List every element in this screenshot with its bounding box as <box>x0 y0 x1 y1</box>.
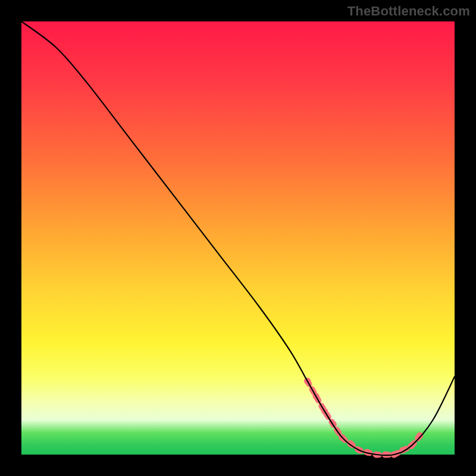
highlight-dots-group <box>304 378 423 458</box>
bottleneck-curve <box>21 21 455 455</box>
highlight-minimum-zone <box>307 381 419 455</box>
chart-overlay <box>21 21 455 455</box>
plot-area <box>21 21 455 455</box>
watermark-text: TheBottleneck.com <box>347 4 470 19</box>
chart-frame: TheBottleneck.com <box>0 0 476 476</box>
